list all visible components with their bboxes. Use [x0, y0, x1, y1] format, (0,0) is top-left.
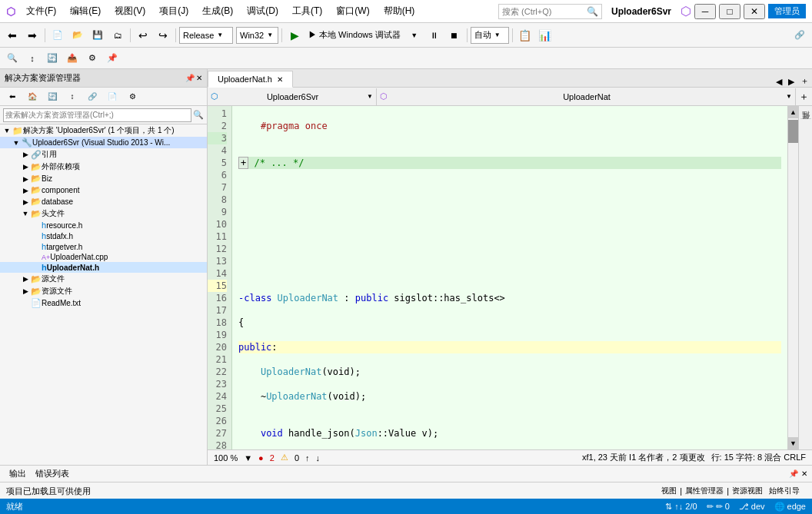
tree-resource-h[interactable]: h resource.h [0, 220, 207, 230]
bottom-panel: 输出 错误列表 📌 ✕ 项目已加载且可供使用 视图 | 属性管理器 | 资源视图… [0, 465, 812, 499]
save-all-btn[interactable]: 🗂 [108, 27, 127, 44]
t2-btn2[interactable]: ↕ [23, 50, 42, 67]
menu-view[interactable]: 视图(V) [108, 2, 151, 21]
sidebar-search-input[interactable] [3, 108, 191, 122]
attach-btn[interactable]: 🔗 [790, 27, 809, 44]
vertical-scrollbar[interactable]: ▲ ▼ [787, 106, 798, 449]
scroll-up[interactable]: ▲ [788, 106, 798, 118]
forward-button[interactable]: ➡ [23, 27, 42, 44]
back-button[interactable]: ⬅ [3, 27, 22, 44]
sb-btn4[interactable]: ↕ [63, 88, 82, 105]
run-button[interactable]: ▶ [285, 27, 304, 44]
sb-btn1[interactable]: ⬅ [3, 88, 22, 105]
maximize-button[interactable]: □ [719, 4, 740, 19]
zoom-dropdown[interactable]: ▼ [244, 453, 252, 463]
member-nav-dropdown[interactable]: ⬡ UploaderNat ▼ [377, 88, 796, 105]
new-btn[interactable]: 📄 [48, 27, 67, 44]
tab-error-list[interactable]: 错误列表 [31, 466, 74, 481]
toolbar-extra2[interactable]: 📊 [536, 27, 554, 44]
tree-uploader-h[interactable]: h UploaderNat.h [0, 262, 207, 273]
pin-icon[interactable]: 📌 [185, 74, 195, 82]
t2-btn3[interactable]: 🔄 [43, 50, 62, 67]
stop-btn[interactable]: ⏹ [445, 27, 464, 44]
sb-btn3[interactable]: 🔄 [43, 88, 62, 105]
tree-uploader-cpp[interactable]: A+ UploaderNat.cpp [0, 252, 207, 262]
tab-close-icon[interactable]: ✕ [277, 75, 283, 84]
class-nav-dropdown[interactable]: ⬡ Uploader6Svr ▼ [208, 88, 377, 105]
no-arrow6 [20, 300, 31, 307]
toolbox-label[interactable]: 工具箱 [800, 109, 811, 115]
admin-button[interactable]: 管理员 [768, 4, 806, 18]
menu-project[interactable]: 项目(J) [153, 2, 195, 21]
tab-uploader-nat-h[interactable]: UploaderNat.h ✕ [208, 71, 293, 88]
menu-tools[interactable]: 工具(T) [286, 2, 328, 21]
platform-dropdown[interactable]: Win32 ▼ [236, 27, 278, 44]
undo-button[interactable]: ↩ [134, 27, 152, 44]
database-arrow: ▶ [20, 198, 31, 206]
tree-biz[interactable]: ▶ 📂 Biz [0, 173, 207, 184]
redo-button[interactable]: ↪ [154, 27, 172, 44]
t2-btn1[interactable]: 🔍 [3, 50, 22, 67]
code-area[interactable]: 1 2 3 4 5 6 7 8 9 10 11 12 13 14 15 16 1 [208, 106, 787, 449]
menu-file[interactable]: 文件(F) [20, 2, 62, 21]
sb-btn2[interactable]: 🏠 [23, 88, 42, 105]
pencil-icon: ✏ [707, 502, 714, 512]
tree-source[interactable]: ▶ 📂 源文件 [0, 273, 207, 285]
menu-build[interactable]: 生成(B) [196, 2, 239, 21]
tree-stdafx-h[interactable]: h stdafx.h [0, 230, 207, 241]
close-sidebar-icon[interactable]: ✕ [196, 74, 202, 82]
bottom-close[interactable]: ✕ [801, 469, 807, 478]
sb-btn6[interactable]: 📄 [103, 88, 121, 105]
resource-h-label: resource.h [46, 221, 82, 230]
tree-database[interactable]: ▶ 📂 database [0, 196, 207, 207]
tab-scroll-right[interactable]: ▶ [785, 77, 797, 87]
menu-window[interactable]: 窗口(W) [330, 2, 375, 21]
status-sync[interactable]: ⇅ ↑↓ 2/0 [665, 502, 697, 512]
view-btn[interactable]: 视图 [661, 486, 677, 496]
tree-ref[interactable]: ▶ 🔗 引用 [0, 148, 207, 161]
menu-debug[interactable]: 调试(D) [241, 2, 285, 21]
status-edit[interactable]: ✏ ✏ 0 [707, 502, 730, 512]
t2-btn6[interactable]: 📌 [103, 50, 121, 67]
scroll-thumb[interactable] [788, 120, 798, 143]
arrow-down[interactable]: ↓ [316, 453, 321, 463]
search-input[interactable] [502, 7, 587, 16]
tab-new-btn[interactable]: ＋ [797, 75, 812, 87]
minimize-button[interactable]: ─ [694, 4, 716, 19]
arrow-up[interactable]: ↑ [305, 453, 310, 463]
tree-headers[interactable]: ▼ 📂 头文件 [0, 207, 207, 220]
tree-external[interactable]: ▶ 📂 外部依赖项 [0, 161, 207, 173]
close-button[interactable]: ✕ [744, 4, 765, 19]
menu-edit[interactable]: 编辑(E) [64, 2, 107, 21]
run-dropdown[interactable]: ▼ [405, 27, 424, 44]
sidebar-search-icon[interactable]: 🔍 [193, 110, 204, 120]
tab-output[interactable]: 输出 [5, 466, 31, 481]
status-edge[interactable]: 🌐 edge [774, 502, 806, 512]
toolbar-extra1[interactable]: 📋 [516, 27, 534, 44]
t2-btn5[interactable]: ⚙ [83, 50, 102, 67]
scroll-down[interactable]: ▼ [788, 437, 798, 449]
bottom-pin[interactable]: 📌 [789, 469, 798, 478]
sb-btn5[interactable]: 🔗 [83, 88, 102, 105]
config-dropdown[interactable]: Release ▼ [179, 27, 233, 44]
menu-help[interactable]: 帮助(H) [378, 2, 421, 21]
auto-dropdown[interactable]: 自动 ▼ [471, 27, 509, 44]
properties-label[interactable]: 属性 [800, 122, 811, 128]
save-btn[interactable]: 💾 [88, 27, 107, 44]
t2-btn4[interactable]: 📤 [63, 50, 82, 67]
tree-resources[interactable]: ▶ 📂 资源文件 [0, 285, 207, 297]
sb-btn7[interactable]: ⚙ [123, 88, 141, 105]
tree-readme[interactable]: 📄 ReadMe.txt [0, 297, 207, 309]
props-btn[interactable]: 属性管理器 [685, 486, 724, 496]
status-branch[interactable]: ⎇ dev [739, 502, 765, 512]
pause-btn[interactable]: ⏸ [425, 27, 444, 44]
nav-add-btn[interactable]: ＋ [796, 90, 812, 104]
tree-targetver-h[interactable]: h targetver.h [0, 241, 207, 252]
code-lines[interactable]: #pragma once + /* ... */ -class Uploader… [232, 106, 787, 449]
resource-btn[interactable]: 资源视图 [732, 486, 763, 496]
tab-scroll-left[interactable]: ◀ [773, 77, 785, 87]
tree-component[interactable]: ▶ 📂 component [0, 184, 207, 196]
tree-project[interactable]: ▼ 🔧 Uploader6Svr (Visual Studio 2013 - W… [0, 137, 207, 148]
open-btn[interactable]: 📂 [68, 27, 87, 44]
tree-solution[interactable]: ▼ 📁 解决方案 'Uploader6Svr' (1 个项目，共 1 个) [0, 124, 207, 137]
